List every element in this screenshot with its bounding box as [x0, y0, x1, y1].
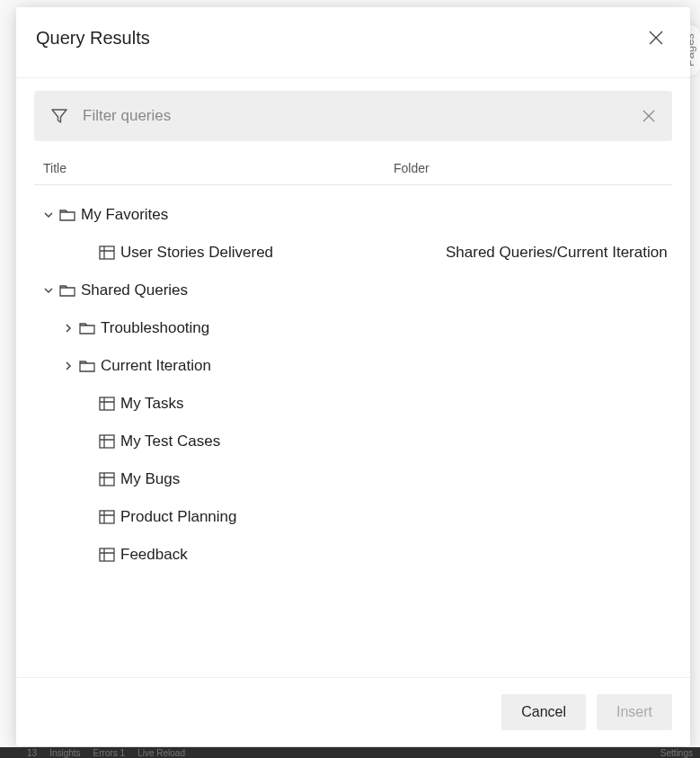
tree-node-label: My Test Cases [120, 433, 220, 450]
tree-node-label: Troubleshooting [101, 319, 209, 337]
dialog-footer: Cancel Insert [16, 677, 690, 746]
folder-icon [79, 359, 95, 373]
svg-rect-1 [100, 397, 114, 410]
filter-queries-input[interactable] [81, 106, 642, 126]
status-item: Insights [49, 748, 80, 758]
folder-icon [59, 283, 75, 298]
dialog-body: Title Folder My FavoritesUser Stories De… [16, 78, 690, 677]
clear-search-button[interactable] [642, 109, 656, 123]
dialog-header: Query Results [16, 7, 690, 78]
svg-rect-3 [100, 473, 114, 486]
chevron-down-icon[interactable] [41, 286, 56, 295]
column-headers: Title Folder [34, 161, 672, 185]
query-icon [99, 472, 115, 486]
folder-icon [79, 321, 95, 335]
status-right: Settings [660, 747, 693, 758]
tree-folder-row[interactable]: My Favorites [34, 196, 672, 234]
close-icon [642, 109, 656, 123]
insert-button: Insert [597, 694, 672, 730]
tree-node-label: My Tasks [120, 395, 184, 413]
query-icon [99, 434, 115, 449]
tree-node-label: My Bugs [120, 470, 180, 488]
dialog-title: Query Results [36, 28, 150, 49]
svg-rect-2 [100, 435, 114, 448]
column-header-title[interactable]: Title [43, 161, 394, 175]
cancel-button[interactable]: Cancel [501, 694, 586, 730]
tree-query-row[interactable]: My Test Cases [34, 423, 672, 460]
tree-query-row[interactable]: My Tasks [34, 385, 672, 423]
svg-rect-0 [100, 246, 114, 259]
query-icon [99, 548, 115, 562]
tree-node-label: Feedback [120, 546, 188, 564]
column-header-folder[interactable]: Folder [394, 161, 672, 175]
tree-query-row[interactable]: Product Planning [34, 498, 672, 536]
query-results-dialog: Query Results Title Folder My FavoritesU… [16, 7, 690, 746]
status-item: Live Reload [137, 748, 185, 758]
tree-node-label: Product Planning [120, 508, 236, 526]
status-item: Errors 1 [93, 748, 126, 758]
status-item: 13 [27, 748, 37, 758]
query-icon [99, 397, 115, 411]
close-button[interactable] [642, 23, 670, 52]
query-tree: My FavoritesUser Stories DeliveredShared… [34, 196, 672, 574]
tree-node-label: Shared Queries [81, 281, 188, 299]
filter-icon [50, 107, 68, 125]
search-bar [34, 91, 672, 141]
svg-rect-4 [100, 511, 114, 523]
folder-icon [59, 208, 75, 222]
tree-node-label: My Favorites [81, 206, 168, 224]
tree-node-folder: Shared Queries/Current Iteration [446, 244, 668, 262]
query-icon [99, 510, 115, 524]
tree-folder-row[interactable]: Troubleshooting [34, 309, 672, 347]
tree-query-row[interactable]: My Bugs [34, 460, 672, 498]
tree-query-row[interactable]: User Stories DeliveredShared Queries/Cur… [34, 234, 672, 272]
tree-folder-row[interactable]: Current Iteration [34, 347, 672, 385]
tree-query-row[interactable]: Feedback [34, 536, 672, 574]
close-icon [648, 30, 664, 46]
chevron-right-icon[interactable] [61, 324, 75, 333]
tree-node-label: User Stories Delivered [120, 244, 273, 262]
chevron-right-icon[interactable] [61, 361, 75, 370]
tree-node-label: Current Iteration [101, 357, 211, 375]
chevron-down-icon[interactable] [41, 210, 56, 219]
svg-rect-5 [100, 548, 114, 561]
tree-folder-row[interactable]: Shared Queries [34, 272, 672, 309]
query-icon [99, 245, 115, 260]
status-bar: 13 Insights Errors 1 Live Reload [0, 747, 700, 758]
